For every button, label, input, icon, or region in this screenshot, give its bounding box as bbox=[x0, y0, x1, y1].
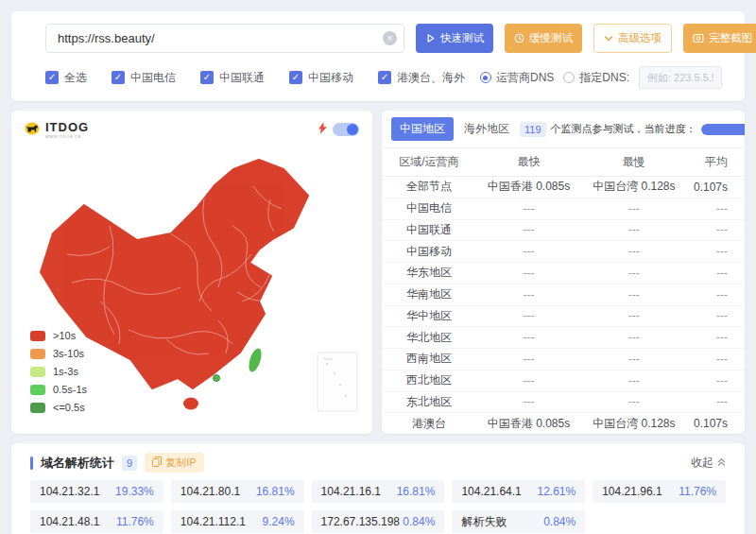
checkbox-checked-icon: ✓ bbox=[45, 71, 59, 84]
ip-percent: 0.84% bbox=[403, 515, 435, 528]
slowest-value: --- bbox=[581, 395, 686, 408]
clear-icon[interactable]: × bbox=[383, 31, 397, 45]
ip-entry: 104.21.112.19.24% bbox=[171, 510, 304, 533]
region-name: 西南地区 bbox=[382, 351, 476, 367]
test-control-card: × 快速测试缓慢测试高级选项完整截图 ✓全选✓中国电信✓中国联通✓中国移动✓港澳… bbox=[11, 11, 745, 101]
table-row: 华南地区--------- bbox=[382, 284, 745, 305]
legend-item: 1s-3s bbox=[30, 366, 87, 377]
column-header: 平均 bbox=[687, 154, 745, 170]
custom-dns-input[interactable] bbox=[639, 66, 722, 89]
legend-label: <=0.5s bbox=[53, 402, 85, 413]
region-name: 中国移动 bbox=[382, 244, 476, 260]
checkbox-hmt-overseas[interactable]: ✓港澳台、海外 bbox=[378, 70, 465, 86]
url-input-wrap: × bbox=[45, 24, 404, 53]
advanced-options-button-label: 高级选项 bbox=[618, 31, 662, 45]
tab-overseas-region[interactable]: 海外地区 bbox=[455, 117, 518, 141]
full-screenshot-button[interactable]: 完整截图 bbox=[683, 24, 756, 53]
url-input[interactable] bbox=[45, 24, 404, 53]
map-toggle[interactable] bbox=[333, 123, 359, 136]
region-name: 西北地区 bbox=[382, 372, 476, 388]
legend-swatch bbox=[30, 331, 45, 341]
column-header: 最慢 bbox=[581, 154, 686, 170]
tabs-row: 中国地区海外地区 119 个监测点参与测试，当前进度： 100% bbox=[382, 111, 745, 148]
slow-test-button[interactable]: 缓慢测试 bbox=[505, 24, 582, 53]
copy-ip-button[interactable]: 复制IP bbox=[145, 453, 203, 473]
tab-china-region[interactable]: 中国地区 bbox=[391, 117, 454, 141]
table-row: 华北地区--------- bbox=[382, 326, 745, 348]
ip-percent: 11.76% bbox=[679, 485, 716, 498]
copy-ip-label: 复制IP bbox=[165, 456, 196, 470]
checkbox-china-unicom[interactable]: ✓中国联通 bbox=[200, 70, 265, 86]
region-name: 中国联通 bbox=[382, 222, 476, 238]
average-value: --- bbox=[687, 245, 745, 258]
slow-test-button-label: 缓慢测试 bbox=[529, 31, 573, 45]
fastest-value: 中国香港 0.085s bbox=[476, 179, 581, 195]
slowest-value: --- bbox=[581, 309, 686, 322]
legend-swatch bbox=[30, 367, 45, 377]
checkbox-checked-icon: ✓ bbox=[200, 71, 214, 84]
page: × 快速测试缓慢测试高级选项完整截图 ✓全选✓中国电信✓中国联通✓中国移动✓港澳… bbox=[0, 0, 756, 534]
checkbox-checked-icon: ✓ bbox=[112, 71, 125, 84]
checkbox-china-telecom[interactable]: ✓中国电信 bbox=[112, 70, 176, 86]
fastest-value: --- bbox=[476, 245, 581, 258]
taiwan-region[interactable] bbox=[247, 347, 264, 373]
progress-fill: 100% bbox=[701, 124, 745, 135]
fastest-value: --- bbox=[476, 395, 581, 408]
ip-grid: 104.21.32.119.33%104.21.80.116.81%104.21… bbox=[11, 480, 745, 534]
progress-text: 个监测点参与测试，当前进度： bbox=[551, 122, 696, 136]
fastest-value: --- bbox=[476, 267, 581, 280]
dog-icon bbox=[25, 120, 42, 139]
ip-address: 104.21.80.1 bbox=[180, 485, 240, 498]
radio-operator-dns[interactable]: 运营商DNS bbox=[480, 70, 554, 86]
slowest-value: --- bbox=[581, 374, 686, 388]
dns-options: 运营商DNS 指定DNS: bbox=[480, 66, 722, 89]
legend-label: 3s-10s bbox=[53, 348, 84, 359]
legend-swatch bbox=[30, 385, 45, 395]
radio-custom-dns[interactable]: 指定DNS: bbox=[563, 70, 629, 86]
average-value: --- bbox=[687, 288, 745, 301]
ip-address: 104.21.48.1 bbox=[40, 515, 99, 528]
dns-stats-card: 域名解析统计 9 复制IP 收起 104.2 bbox=[11, 443, 745, 534]
play-icon bbox=[425, 33, 436, 43]
hongkong-marker[interactable] bbox=[213, 374, 219, 381]
hainan-island[interactable] bbox=[183, 398, 198, 410]
legend-item: 3s-10s bbox=[30, 348, 87, 359]
table-row: 中国电信--------- bbox=[382, 198, 745, 219]
legend-swatch bbox=[30, 403, 45, 413]
chevron-double-up-icon bbox=[717, 456, 726, 470]
logo-text: ITDOG WWW.ITDOG.CN bbox=[45, 121, 89, 139]
region-name: 华中地区 bbox=[382, 308, 476, 324]
ip-entry: 104.21.96.111.76% bbox=[593, 480, 726, 503]
ip-entry: 104.21.32.119.33% bbox=[30, 480, 163, 503]
screenshot-icon bbox=[693, 33, 704, 43]
map-header: ITDOG WWW.ITDOG.CN bbox=[11, 111, 372, 141]
region-name: 华东地区 bbox=[382, 265, 476, 281]
radio-selected-icon bbox=[480, 72, 491, 83]
itdog-logo[interactable]: ITDOG WWW.ITDOG.CN bbox=[25, 120, 89, 139]
url-row: × 快速测试缓慢测试高级选项完整截图 bbox=[45, 24, 722, 53]
checkbox-china-mobile[interactable]: ✓中国移动 bbox=[289, 70, 353, 86]
fastest-value: --- bbox=[476, 374, 581, 388]
collapse-button[interactable]: 收起 bbox=[691, 455, 726, 471]
average-value: --- bbox=[687, 353, 745, 366]
quick-test-button[interactable]: 快速测试 bbox=[416, 24, 493, 53]
checkbox-select-all-label: 全选 bbox=[64, 70, 87, 86]
checkbox-checked-icon: ✓ bbox=[289, 71, 302, 84]
average-value: --- bbox=[687, 331, 745, 344]
quick-test-button-label: 快速测试 bbox=[440, 31, 484, 45]
legend-item: 0.5s-1s bbox=[30, 384, 87, 395]
full-screenshot-button-label: 完整截图 bbox=[709, 31, 752, 45]
results-table: 区域/运营商最快最慢平均 全部节点中国香港 0.085s中国台湾 0.128s0… bbox=[382, 148, 745, 434]
average-value: 0.107s bbox=[687, 417, 745, 430]
advanced-options-button[interactable]: 高级选项 bbox=[593, 24, 672, 53]
table-row: 中国移动--------- bbox=[382, 240, 745, 262]
checkbox-china-mobile-label: 中国移动 bbox=[308, 70, 353, 86]
checkbox-select-all[interactable]: ✓全选 bbox=[45, 70, 87, 86]
dns-stats-title: 域名解析统计 bbox=[41, 455, 114, 472]
average-value: --- bbox=[687, 309, 745, 322]
radio-operator-dns-label: 运营商DNS bbox=[496, 70, 554, 86]
slowest-value: --- bbox=[581, 267, 686, 280]
map-card: ITDOG WWW.ITDOG.CN bbox=[11, 111, 372, 434]
isp-checkboxes: ✓全选✓中国电信✓中国联通✓中国移动✓港澳台、海外 bbox=[45, 70, 465, 86]
column-header: 区域/运营商 bbox=[382, 154, 476, 170]
